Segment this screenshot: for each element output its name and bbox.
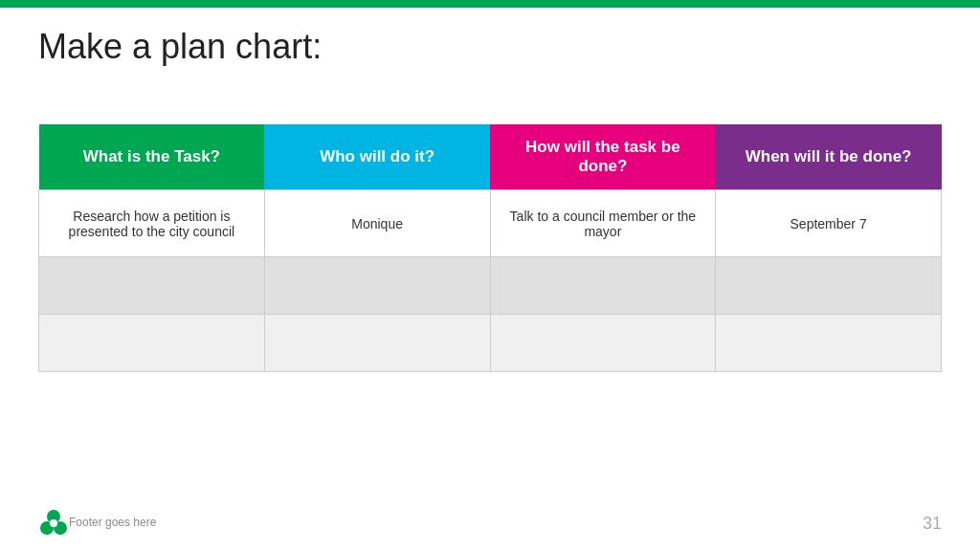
table-row: Research how a petition is presented to … (39, 190, 942, 257)
col-header-how: How will the task be done? (490, 124, 716, 190)
row3-who (264, 315, 490, 372)
footer-logo (38, 507, 69, 538)
row2-when (716, 257, 942, 315)
col-header-when: When will it be done? (716, 124, 942, 190)
row3-when (716, 315, 942, 372)
plan-chart-table: What is the Task? Who will do it? How wi… (38, 124, 942, 372)
row3-how (490, 315, 716, 372)
row2-task (39, 257, 265, 315)
table-row (39, 257, 942, 315)
page-number: 31 (923, 514, 942, 534)
page-title: Make a plan chart: (38, 27, 322, 67)
row1-how: Talk to a council member or the mayor (490, 190, 716, 257)
top-bar (0, 0, 980, 8)
table-row (39, 315, 942, 372)
footer: Footer goes here (0, 507, 980, 538)
col-header-who: Who will do it? (264, 124, 490, 190)
row3-task (39, 315, 265, 372)
row2-how (490, 257, 716, 315)
col-header-task: What is the Task? (39, 124, 265, 190)
row1-when: September 7 (716, 190, 942, 257)
footer-text: Footer goes here (69, 516, 156, 529)
row1-task: Research how a petition is presented to … (39, 190, 265, 257)
svg-point-3 (50, 519, 57, 527)
plan-chart-table-container: What is the Task? Who will do it? How wi… (38, 124, 942, 372)
row1-who: Monique (264, 190, 490, 257)
row2-who (264, 257, 490, 315)
